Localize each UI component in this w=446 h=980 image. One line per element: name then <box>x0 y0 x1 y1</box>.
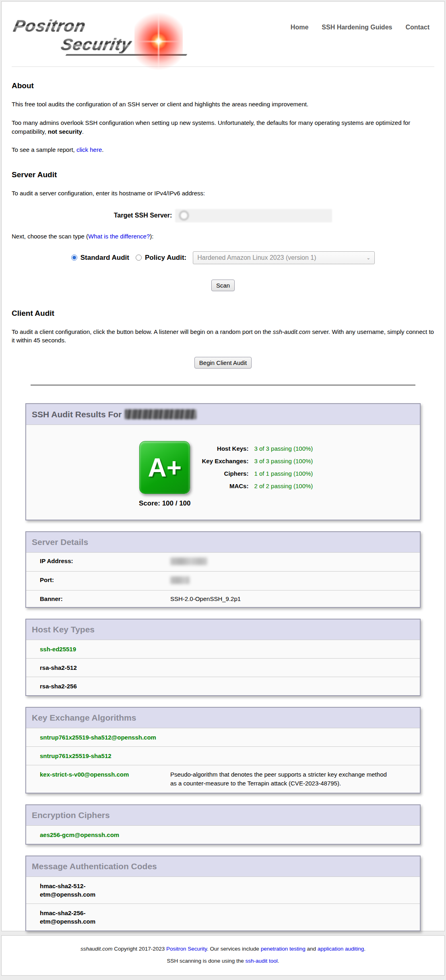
footer-period: . <box>364 946 365 952</box>
about-heading: About <box>12 81 434 90</box>
about-paragraph-1: This free tool audits the configuration … <box>12 100 434 109</box>
host-key-types-title: Host Key Types <box>26 619 420 640</box>
macs-panel: Message Authentication Codes hmac-sha2-5… <box>25 856 421 931</box>
about-p2-period: . <box>82 128 84 135</box>
about-p2-bold: not security <box>48 128 82 135</box>
footer-line-2: SSH scanning is done using the ssh-audit… <box>2 958 444 964</box>
server-details-title: Server Details <box>26 532 420 552</box>
stat-value-macs: 2 of 2 passing (100%) <box>254 483 313 489</box>
ip-address-label: IP Address: <box>40 557 170 566</box>
host-key-row: rsa-sha2-512 <box>26 658 420 677</box>
logo-text-security: Security <box>59 35 133 53</box>
kex-name: kex-strict-s-v00@openssh.com <box>40 770 170 788</box>
server-details-panel: Server Details IP Address: Port: Banner:… <box>25 531 421 608</box>
target-server-label: Target SSH Server: <box>114 212 172 219</box>
scan-type-line: Next, choose the scan type (What is the … <box>12 232 434 241</box>
logo-text-positron: Positron <box>12 17 87 35</box>
footer-domain: sshaudit.com <box>81 946 113 952</box>
policy-audit-radio[interactable] <box>136 255 142 261</box>
port-label: Port: <box>40 576 170 585</box>
host-key-row: ssh-ed25519 <box>26 640 420 658</box>
key-exchange-panel: Key Exchange Algorithms sntrup761x25519-… <box>25 707 421 794</box>
kex-row: sntrup761x25519-sha512@openssh.com <box>26 728 420 746</box>
nav-home[interactable]: Home <box>291 24 308 31</box>
server-audit-intro: To audit a server configuration, enter i… <box>12 189 434 198</box>
mac-name: hmac-sha2-256-etm@openssh.com <box>40 909 120 926</box>
policy-select[interactable]: Hardened Amazon Linux 2023 (version 1) ⌄ <box>193 251 375 264</box>
footer-scanning-text: SSH scanning is done using the <box>167 958 245 964</box>
banner-label: Banner: <box>40 595 170 602</box>
footer-appaudit-link[interactable]: application auditing <box>318 946 364 952</box>
about-paragraph-3: To see a sample report, click here. <box>12 145 434 154</box>
policy-select-value: Hardened Amazon Linux 2023 (version 1) <box>197 254 316 261</box>
redacted-ip <box>170 557 207 565</box>
banner-value: SSH-2.0-OpenSSH_9.2p1 <box>170 595 414 602</box>
scan-button[interactable]: Scan <box>211 280 235 291</box>
encryption-ciphers-panel: Encryption Ciphers aes256-gcm@openssh.co… <box>25 804 421 845</box>
target-server-row: Target SSH Server: <box>12 209 434 222</box>
footer-copyright-text: Copyright 2017-2023 <box>112 946 166 952</box>
encryption-ciphers-title: Encryption Ciphers <box>26 805 420 825</box>
standard-audit-radio[interactable] <box>71 255 77 261</box>
key-exchange-title: Key Exchange Algorithms <box>26 708 420 728</box>
nav-ssh-hardening-guides[interactable]: SSH Hardening Guides <box>322 24 392 31</box>
site-footer: sshaudit.com Copyright 2017-2023 Positro… <box>1 935 445 976</box>
footer-positron-link[interactable]: Positron Security <box>166 946 207 952</box>
section-divider <box>31 385 415 385</box>
footer-line-1: sshaudit.com Copyright 2017-2023 Positro… <box>2 946 444 952</box>
nav-contact[interactable]: Contact <box>405 24 429 31</box>
client-intro-domain: ssh-audit.com <box>273 328 310 335</box>
scan-type-difference-link[interactable]: What is the difference? <box>88 233 150 240</box>
mac-row: hmac-sha2-256-etm@openssh.com <box>26 903 420 930</box>
starburst-icon <box>134 4 183 79</box>
begin-client-audit-button[interactable]: Begin Client Audit <box>194 357 252 369</box>
macs-title: Message Authentication Codes <box>26 856 420 876</box>
footer-pentest-link[interactable]: penetration testing <box>261 946 306 952</box>
kex-note <box>170 733 414 742</box>
about-paragraph-2: Too many admins overlook SSH configurati… <box>12 118 434 136</box>
server-details-row-banner: Banner: SSH-2.0-OpenSSH_9.2p1 <box>26 590 420 607</box>
results-title: SSH Audit Results For <box>26 404 420 425</box>
cipher-row: aes256-gcm@openssh.com <box>26 825 420 844</box>
host-key-name: ssh-ed25519 <box>40 645 76 653</box>
stat-value-key-exchanges: 3 of 3 passing (100%) <box>254 458 313 464</box>
footer-sshaudit-tool-link[interactable]: ssh-audit tool <box>246 958 278 964</box>
results-summary-panel: SSH Audit Results For A+ Score: 100 / 10… <box>25 403 421 520</box>
kex-row: sntrup761x25519-sha512 <box>26 746 420 765</box>
stat-value-host-keys: 3 of 3 passing (100%) <box>254 445 313 452</box>
grade-column: A+ Score: 100 / 100 <box>139 441 191 508</box>
results-body: A+ Score: 100 / 100 Host Keys: 3 of 3 pa… <box>26 425 420 520</box>
port-value <box>170 576 414 585</box>
chevron-down-icon: ⌄ <box>366 255 370 261</box>
main-content: Positron Security Home SSH Hardening Gui… <box>1 1 445 931</box>
mac-row: hmac-sha2-512-etm@openssh.com <box>26 876 420 903</box>
redacted-hostname <box>125 409 196 419</box>
kex-row: kex-strict-s-v00@openssh.com Pseudo-algo… <box>26 765 420 793</box>
sample-report-period: . <box>102 146 103 153</box>
results-stats: Host Keys: 3 of 3 passing (100%) Key Exc… <box>202 445 313 508</box>
stat-value-ciphers: 1 of 1 passing (100%) <box>254 470 313 477</box>
kex-name: sntrup761x25519-sha512@openssh.com <box>40 733 170 742</box>
host-key-row: rsa-sha2-256 <box>26 677 420 695</box>
stat-label-ciphers: Ciphers: <box>202 470 249 477</box>
client-audit-intro: To audit a client configuration, click t… <box>12 327 434 345</box>
scan-type-text: Next, choose the scan type ( <box>12 233 88 240</box>
ip-address-value <box>170 557 414 566</box>
host-key-name: rsa-sha2-256 <box>40 682 77 690</box>
host-key-types-panel: Host Key Types ssh-ed25519 rsa-sha2-512 … <box>25 619 421 696</box>
stat-label-macs: MACs: <box>202 483 249 489</box>
sample-report-link[interactable]: click here <box>76 146 102 153</box>
scan-type-text-end: ): <box>150 233 153 240</box>
footer-and-text: and <box>306 946 318 952</box>
mac-name: hmac-sha2-512-etm@openssh.com <box>40 882 120 899</box>
client-intro-text: To audit a client configuration, click t… <box>12 328 273 335</box>
stat-label-host-keys: Host Keys: <box>202 445 249 452</box>
host-key-name: rsa-sha2-512 <box>40 663 77 672</box>
results-panels: SSH Audit Results For A+ Score: 100 / 10… <box>25 403 421 931</box>
site-logo[interactable]: Positron Security <box>14 17 187 56</box>
score-line: Score: 100 / 100 <box>139 499 191 508</box>
kex-note <box>170 752 414 760</box>
target-server-input-redacted[interactable] <box>175 209 332 222</box>
footer-services-text: . Our services include <box>207 946 261 952</box>
footer-period-2: . <box>278 958 279 964</box>
